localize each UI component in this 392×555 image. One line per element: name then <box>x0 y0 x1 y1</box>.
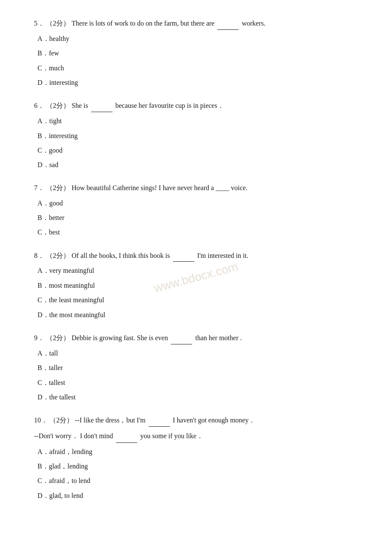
question-5-text: 5． （2分） There is lots of work to do on t… <box>34 17 358 30</box>
q5-option-c: C．much <box>37 62 358 75</box>
q10-option-d: D．glad, to lend <box>37 489 358 502</box>
q6-points: （2分） <box>46 102 70 109</box>
q8-number: 8 <box>34 252 37 259</box>
q7-option-c: C．best <box>37 226 358 239</box>
q6-text-after: because her favourite cup is in pieces． <box>115 102 224 109</box>
q7-text: How beautiful Catherine sings! I have ne… <box>72 184 248 191</box>
question-10-text-line2: --Don't worry． I don't mind you some if … <box>34 429 358 442</box>
q9-points: （2分） <box>46 334 70 341</box>
question-10: 10． （2分） --I like the dress，but I'm I ha… <box>34 414 358 502</box>
q5-text-after: workers. <box>242 20 265 27</box>
q8-points: （2分） <box>46 252 70 259</box>
q10-line2-after: you some if you like． <box>140 432 203 439</box>
question-9-text: 9． （2分） Debbie is growing fast. She is e… <box>34 332 358 344</box>
q10-line2-before: --Don't worry． I don't mind <box>34 432 113 439</box>
q7-points: （2分） <box>46 184 70 191</box>
q9-option-d: D．the tallest <box>37 391 358 404</box>
q8-text-after: I'm interested in it. <box>197 252 248 259</box>
question-8-text: 8． （2分） Of all the books, I think this b… <box>34 249 358 262</box>
q7-number: 7 <box>34 184 37 191</box>
question-6-text: 6． （2分） She is because her favourite cup… <box>34 99 358 112</box>
q10-option-b: B．glad，lending <box>37 460 358 473</box>
q10-line1-before: --I like the dress，but I'm <box>75 416 146 424</box>
q8-option-b: B．most meaningful <box>37 279 358 292</box>
q7-option-a: A．good <box>37 197 358 210</box>
q5-text-before: There is lots of work to do on the farm,… <box>72 20 214 27</box>
q8-text-before: Of all the books, I think this book is <box>72 252 170 259</box>
q10-points: （2分） <box>49 416 73 424</box>
q6-option-c: C．good <box>37 144 358 157</box>
question-10-text-line1: 10． （2分） --I like the dress，but I'm I ha… <box>34 414 358 427</box>
question-6: 6． （2分） She is because her favourite cup… <box>34 99 358 171</box>
q8-blank <box>173 249 194 262</box>
q6-option-b: B．interesting <box>37 130 358 142</box>
question-9: 9． （2分） Debbie is growing fast. She is e… <box>34 332 358 404</box>
q8-option-d: D．the most meaningful <box>37 309 358 321</box>
q6-option-a: A．tight <box>37 115 358 127</box>
q6-option-d: D．sad <box>37 159 358 171</box>
q5-option-d: D．interesting <box>37 76 358 89</box>
question-5: 5． （2分） There is lots of work to do on t… <box>34 17 358 89</box>
q10-option-c: C．afraid，to lend <box>37 474 358 487</box>
q6-number: 6 <box>34 102 37 109</box>
q5-blank <box>217 17 239 30</box>
q7-option-b: B．better <box>37 211 358 224</box>
q9-blank <box>171 332 192 344</box>
q9-text-after: than her mother . <box>195 334 242 341</box>
q10-number: 10 <box>34 416 41 424</box>
question-8: 8． （2分） Of all the books, I think this b… <box>34 249 358 321</box>
q9-option-c: C．tallest <box>37 376 358 389</box>
q5-number: 5 <box>34 20 37 27</box>
q10-blank1 <box>149 414 170 427</box>
q10-option-a: A．afraid，lending <box>37 445 358 458</box>
q6-blank <box>91 99 112 112</box>
q5-option-a: A．healthy <box>37 32 358 45</box>
question-7: 7． （2分） How beautiful Catherine sings! I… <box>34 182 358 239</box>
q8-option-a: A．very meaningful <box>37 264 358 277</box>
q10-blank2 <box>116 429 137 442</box>
q8-option-c: C．the least meaningful <box>37 294 358 306</box>
q5-points: （2分） <box>46 20 70 27</box>
q9-number: 9 <box>34 334 37 341</box>
q10-line1-after: I haven't got enough money． <box>173 416 256 424</box>
q6-text-before: She is <box>72 102 88 109</box>
q9-option-b: B．taller <box>37 361 358 374</box>
q5-option-b: B．few <box>37 47 358 60</box>
q9-text-before: Debbie is growing fast. She is even <box>72 334 168 341</box>
question-7-text: 7． （2分） How beautiful Catherine sings! I… <box>34 182 358 194</box>
q9-option-a: A．tall <box>37 347 358 360</box>
